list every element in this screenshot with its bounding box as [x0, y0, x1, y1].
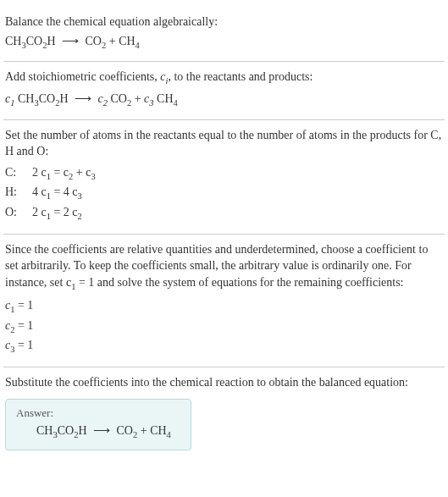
product-ch4: CH4	[119, 35, 140, 47]
coef-c2: c2 = 1	[5, 317, 443, 337]
section-balance-prompt: Balance the chemical equation algebraica…	[3, 7, 445, 62]
equation-with-coefs: c1 CH3CO2H ⟶ c2 CO2 + c3 CH4	[5, 91, 443, 108]
atom-row-h: H: 4 c1 = 4 c3	[5, 183, 443, 203]
reactant-ch3co2h: CH3CO2H	[18, 92, 69, 105]
product-ch4: CH4	[150, 424, 171, 437]
answer-label: Answer:	[16, 406, 180, 420]
coefficient-list: c1 = 1 c2 = 1 c3 = 1	[5, 296, 443, 356]
section-atom-balance: Set the number of atoms in the reactants…	[3, 120, 445, 235]
section-add-coefficients: Add stoichiometric coefficients, ci, to …	[3, 62, 445, 119]
reaction-arrow: ⟶	[75, 91, 91, 106]
substitute-prompt: Substitute the coefficients into the che…	[5, 374, 443, 391]
atom-row-c: C: 2 c1 = c2 + c3	[5, 163, 443, 184]
balanced-equation: CH3CO2H ⟶ CO2 + CH4	[16, 423, 180, 439]
section-solve-coefs: Since the coefficients are relative quan…	[3, 235, 445, 367]
product-co2: CO2	[86, 35, 107, 47]
section-answer: Substitute the coefficients into the che…	[3, 367, 445, 461]
coef-prompt-text: Add stoichiometric coefficients, ci, to …	[5, 69, 443, 87]
atom-balance-table: C: 2 c1 = c2 + c3 H: 4 c1 = 4 c3 O: 2 c1…	[5, 163, 443, 224]
reaction-arrow: ⟶	[62, 34, 79, 48]
balance-prompt-text: Balance the chemical equation algebraica…	[5, 14, 443, 30]
atom-row-o: O: 2 c1 = 2 c2	[5, 203, 443, 224]
product-co2: CO2	[110, 92, 131, 105]
coef-c3: c3 = 1	[5, 336, 443, 356]
product-ch4: CH4	[157, 92, 178, 105]
reaction-arrow: ⟶	[93, 423, 110, 438]
product-co2: CO2	[117, 424, 138, 437]
answer-box: Answer: CH3CO2H ⟶ CO2 + CH4	[5, 399, 191, 450]
reactant-ch3co2h: CH3CO2H	[36, 424, 87, 437]
coef-c1: c1 = 1	[5, 296, 443, 317]
solve-prompt-text: Since the coefficients are relative quan…	[5, 241, 443, 294]
atom-balance-prompt: Set the number of atoms in the reactants…	[5, 127, 443, 160]
equation-unbalanced: CH3CO2H ⟶ CO2 + CH4	[5, 34, 443, 50]
reactant-ch3co2h: CH3CO2H	[5, 35, 56, 47]
